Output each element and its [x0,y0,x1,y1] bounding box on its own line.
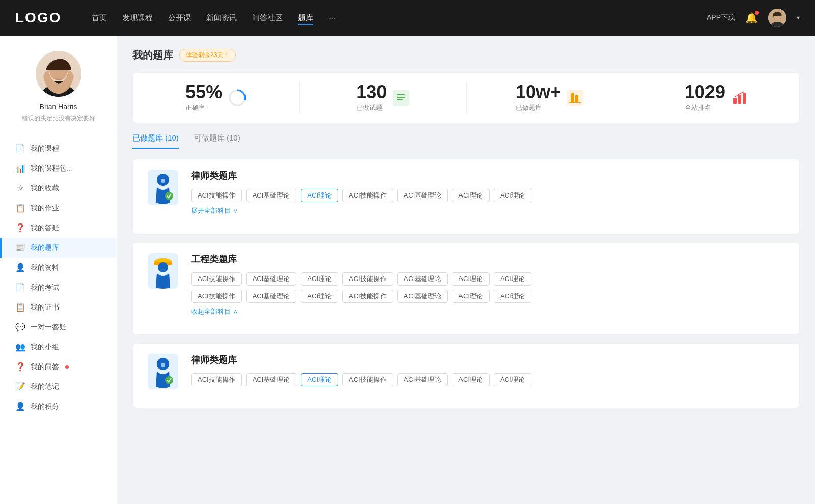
nav-open-course[interactable]: 公开课 [168,11,191,25]
logo: LOGO [15,10,61,26]
sidebar-item-one-on-one[interactable]: 💬 一对一答疑 [0,317,117,337]
qbank-2-tag-r1-1[interactable]: ACI基础理论 [246,272,297,286]
notification-dot [755,11,759,15]
qbank-2-tags-row1: ACI技能操作 ACI基础理论 ACI理论 ACI技能操作 ACI基础理论 AC… [191,272,531,286]
profile-avatar-image [36,51,82,97]
sidebar-item-notes[interactable]: 📝 我的笔记 [0,377,117,397]
avatar[interactable] [768,9,786,27]
sidebar-item-favorites-label: 我的收藏 [31,184,59,193]
qbank-card-1: 律师类题库 ACI技能操作 ACI基础理论 ACI理论 ACI技能操作 ACI基… [132,159,800,234]
layout: Brian Harris 错误的决定比没有决定要好 📄 我的课程 📊 我的课程包… [0,36,815,504]
qbank-1-tag-3[interactable]: ACI技能操作 [342,189,393,202]
qbank-1-tag-4[interactable]: ACI基础理论 [397,189,448,202]
qbank-1-expand-btn[interactable]: 展开全部科目 ∨ [191,206,238,215]
qbank-1-tag-2[interactable]: ACI理论 [301,189,338,202]
sidebar-avatar [36,51,82,97]
points-icon: 👤 [15,402,25,411]
svg-point-9 [52,73,55,77]
sidebar-item-group[interactable]: 👥 我的小组 [0,337,117,357]
sidebar-item-homework[interactable]: 📋 我的作业 [0,198,117,218]
sidebar-item-course-package[interactable]: 📊 我的课程包... [0,158,117,178]
nav-home[interactable]: 首页 [92,11,107,25]
nav-qa[interactable]: 问答社区 [252,11,283,25]
app-download-link[interactable]: APP下载 [707,13,735,22]
qbank-3-tag-1[interactable]: ACI基础理论 [246,373,297,386]
tab-done-banks[interactable]: 已做题库 (10) [132,133,179,148]
qbank-2-tag-r2-1[interactable]: ACI基础理论 [246,290,297,303]
qbank-3-tag-0[interactable]: ACI技能操作 [191,373,242,386]
sidebar-menu: 📄 我的课程 📊 我的课程包... ☆ 我的收藏 📋 我的作业 ❓ 我的答疑 📰 [0,133,117,422]
questions-notification-dot [65,365,69,369]
qbank-3-tag-5[interactable]: ACI理论 [452,373,490,386]
nav-discover[interactable]: 发现课程 [122,11,153,25]
sidebar-item-certificate[interactable]: 📋 我的证书 [0,297,117,317]
page-title: 我的题库 [132,48,173,62]
qbank-2-tag-r1-2[interactable]: ACI理论 [301,272,338,286]
sidebar-item-exam[interactable]: 📄 我的考试 [0,277,117,297]
qbank-1-header: 律师类题库 ACI技能操作 ACI基础理论 ACI理论 ACI技能操作 ACI基… [145,170,787,215]
qbank-3-tag-2[interactable]: ACI理论 [301,373,338,386]
nav-question-bank[interactable]: 题库 [298,11,313,25]
svg-rect-24 [743,93,746,104]
navbar: LOGO 首页 发现课程 公开课 新闻资讯 问答社区 题库 ··· APP下载 … [0,0,815,36]
nav-more[interactable]: ··· [329,11,335,25]
chart-red-icon [731,90,748,106]
qbank-2-tag-r1-0[interactable]: ACI技能操作 [191,272,242,286]
qbank-2-collapse-btn[interactable]: 收起全部科目 ∧ [191,307,238,316]
stat-done-questions-label: 已做试题 [356,103,387,113]
sidebar-item-course-package-label: 我的课程包... [31,164,72,173]
questions-icon: ❓ [15,362,25,372]
qbank-2-tag-r2-6[interactable]: ACI理论 [494,290,531,303]
group-icon: 👥 [15,342,25,352]
qbank-2-tag-r2-2[interactable]: ACI理论 [301,290,338,303]
stat-done-banks-label: 已做题库 [515,103,561,113]
sidebar-item-question-bank[interactable]: 📰 我的题库 [0,238,117,258]
qbank-2-tag-r1-6[interactable]: ACI理论 [494,272,531,286]
qbank-2-tag-r2-4[interactable]: ACI基础理论 [397,290,448,303]
svg-point-32 [158,262,168,272]
qbank-2-tag-r1-4[interactable]: ACI基础理论 [397,272,448,286]
qbank-2-tag-r1-5[interactable]: ACI理论 [452,272,490,286]
stat-rank: 1029 全站排名 [633,83,799,113]
nav-news[interactable]: 新闻资讯 [206,11,237,25]
svg-point-13 [233,93,242,102]
svg-point-27 [161,179,165,183]
qbank-3-tag-6[interactable]: ACI理论 [494,373,531,386]
notification-bell[interactable]: 🔔 [745,12,758,24]
sidebar-item-favorites[interactable]: ☆ 我的收藏 [0,178,117,198]
dropdown-arrow[interactable]: ▾ [797,14,800,21]
stat-correct-rate-text: 55% 正确率 [185,83,222,113]
sidebar-item-my-qa[interactable]: ❓ 我的答疑 [0,218,117,238]
pie-chart-icon [228,89,247,107]
qbank-1-tag-5[interactable]: ACI理论 [452,189,490,202]
qbank-3-header: 律师类题库 ACI技能操作 ACI基础理论 ACI理论 ACI技能操作 ACI基… [145,354,787,389]
sidebar-item-materials[interactable]: 👤 我的资料 [0,258,117,277]
qbank-2-header: 工程类题库 ACI技能操作 ACI基础理论 ACI理论 ACI技能操作 ACI基… [145,253,787,316]
qbank-2-tag-r2-3[interactable]: ACI技能操作 [342,290,393,303]
qbank-2-tag-r1-3[interactable]: ACI技能操作 [342,272,393,286]
sidebar-item-questions[interactable]: ❓ 我的问答 [0,357,117,377]
sidebar-profile: Brian Harris 错误的决定比没有决定要好 [0,51,117,133]
qbank-card-2: 工程类题库 ACI技能操作 ACI基础理论 ACI理论 ACI技能操作 ACI基… [132,242,800,335]
svg-rect-21 [569,102,581,103]
qbank-2-tag-r2-5[interactable]: ACI理论 [452,290,490,303]
tab-available-banks[interactable]: 可做题库 (10) [194,133,240,148]
qbank-1-tags-row: 律师类题库 ACI技能操作 ACI基础理论 ACI理论 ACI技能操作 ACI基… [191,170,787,215]
lawyer-icon-3 [148,354,178,389]
list-green-icon [393,90,409,106]
qbank-1-tag-6[interactable]: ACI理论 [494,189,531,202]
sidebar-item-notes-label: 我的笔记 [31,382,59,391]
sidebar-item-questions-label: 我的问答 [31,362,59,372]
sidebar-item-points[interactable]: 👤 我的积分 [0,397,117,416]
one-on-one-icon: 💬 [15,322,25,332]
sidebar-item-my-course-label: 我的课程 [31,144,59,153]
sidebar-item-my-course[interactable]: 📄 我的课程 [0,138,117,158]
qbank-1-tag-1[interactable]: ACI基础理论 [246,189,297,202]
qbank-3-title: 律师类题库 [191,354,237,366]
qbank-2-tag-r2-0[interactable]: ACI技能操作 [191,290,242,303]
qbank-1-tag-0[interactable]: ACI技能操作 [191,189,242,202]
sidebar-item-materials-label: 我的资料 [31,263,59,272]
qbank-3-tag-3[interactable]: ACI技能操作 [342,373,393,386]
stat-done-questions-value: 130 [356,83,387,101]
qbank-3-tag-4[interactable]: ACI基础理论 [397,373,448,386]
